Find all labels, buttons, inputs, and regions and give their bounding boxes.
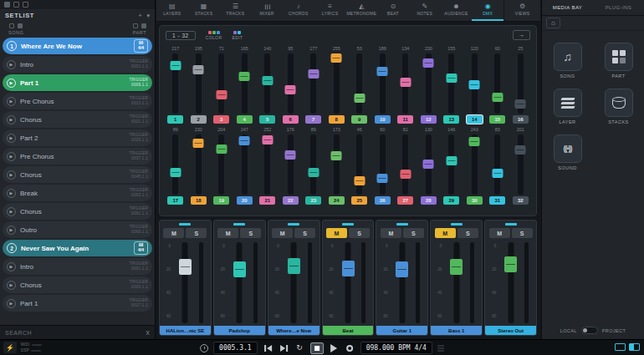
dmx-channel-number[interactable]: 23	[305, 196, 321, 205]
record-button[interactable]	[345, 342, 355, 354]
channel-fader-handle[interactable]	[342, 261, 355, 276]
dmx-channel-number[interactable]: 16	[513, 115, 529, 124]
dmx-fader-track[interactable]	[518, 134, 524, 195]
channel-fader-track[interactable]	[237, 242, 243, 323]
setlist-part-row[interactable]: ▶Part 1TRIGGER0017.1.1	[3, 295, 152, 312]
solo-button[interactable]: S	[240, 228, 261, 238]
setlist-part-row[interactable]: ▶OutroTRIGGER0069.1.1	[3, 221, 152, 238]
layout-grid-icon[interactable]	[13, 2, 19, 8]
dmx-fader-track[interactable]	[448, 134, 454, 195]
mute-button[interactable]: M	[163, 228, 184, 238]
dmx-channel-number[interactable]: 22	[283, 196, 299, 205]
dmx-channel-number[interactable]: 11	[397, 115, 413, 124]
dmx-channel-number[interactable]: 4	[237, 115, 253, 124]
dmx-fader-track[interactable]	[196, 134, 202, 195]
channel-fader-handle[interactable]	[179, 259, 192, 275]
dmx-channel-number[interactable]: 24	[329, 196, 345, 205]
dmx-fader-handle[interactable]	[423, 160, 434, 169]
channel-fader-handle[interactable]	[288, 258, 300, 274]
dmx-next-page-button[interactable]: →	[513, 30, 530, 40]
dmx-fader-track[interactable]	[288, 134, 294, 195]
setlist-part-row[interactable]: ▶IntroTRIGGER0001.1.1	[3, 258, 152, 275]
dmx-fader-track[interactable]	[402, 134, 408, 195]
dmx-fader-handle[interactable]	[469, 137, 480, 146]
dmx-fader-handle[interactable]	[354, 176, 365, 185]
go-to-end-button[interactable]	[279, 342, 289, 354]
dmx-channel-number[interactable]: 26	[375, 196, 391, 205]
tab-tracks[interactable]: ☰TRACKS	[219, 0, 251, 21]
dmx-fader-handle[interactable]	[216, 145, 227, 154]
dmx-fader-handle[interactable]	[354, 94, 365, 103]
setlist-part-row[interactable]: ▶ChorusTRIGGER0009.1.1	[3, 276, 152, 293]
dmx-fader-handle[interactable]	[331, 151, 342, 160]
solo-button[interactable]: S	[512, 228, 533, 238]
media-category-stacks[interactable]: STACKS	[605, 89, 633, 124]
home-icon[interactable]: ⌂	[546, 18, 560, 28]
setlist-song-row[interactable]: 1Where Are We Now904/4	[3, 38, 152, 54]
dmx-fader-handle[interactable]	[170, 168, 181, 177]
dmx-channel-number[interactable]: 30	[467, 196, 483, 205]
dmx-fader-handle[interactable]	[262, 135, 273, 145]
secondary-view-toggle[interactable]	[615, 343, 626, 351]
add-part-button[interactable]	[133, 23, 138, 28]
media-category-sound[interactable]: ((•))SOUND	[554, 134, 582, 170]
play-button[interactable]	[329, 342, 340, 354]
tab-metronome[interactable]: ◭METRONOME	[345, 0, 377, 21]
dmx-fader-track[interactable]	[172, 134, 178, 195]
dmx-channel-number[interactable]: 8	[329, 115, 345, 124]
dmx-fader-track[interactable]	[426, 134, 432, 195]
solo-button[interactable]: S	[349, 228, 370, 238]
dmx-fader-track[interactable]	[380, 53, 386, 114]
tab-views[interactable]: ⚙VIEWS	[503, 0, 540, 21]
cycle-button[interactable]: ↻	[294, 342, 305, 354]
channel-fader-handle[interactable]	[504, 256, 517, 272]
dmx-fader-track[interactable]	[334, 53, 340, 114]
dmx-fader-handle[interactable]	[216, 90, 227, 99]
tab-mixer[interactable]: ☰MIXER	[251, 0, 283, 21]
dmx-fader-handle[interactable]	[446, 156, 457, 165]
setlist-part-row[interactable]: ▶Pre ChorusTRIGGER0013.1.1	[3, 93, 152, 109]
setlist-part-row[interactable]: ▶BreakTRIGGER0053.1.1	[3, 185, 152, 201]
dmx-fader-handle[interactable]	[377, 174, 388, 183]
dmx-fader-track[interactable]	[402, 53, 408, 114]
dmx-fader-track[interactable]	[426, 53, 432, 114]
mute-button[interactable]: M	[326, 228, 347, 238]
channel-fader-track[interactable]	[453, 242, 459, 323]
setlist-part-row[interactable]: ▶Pre ChorusTRIGGER0037.1.1	[3, 148, 152, 165]
dmx-channel-number[interactable]: 15	[489, 115, 505, 124]
search-input[interactable]	[5, 330, 146, 336]
setlist-part-row[interactable]: ▶Part 2TRIGGER0029.1.1	[3, 129, 152, 146]
mute-button[interactable]: M	[272, 228, 293, 238]
panel-toggle-icon[interactable]	[23, 2, 28, 8]
solo-button[interactable]: S	[294, 228, 315, 238]
dmx-channel-number[interactable]: 6	[283, 115, 299, 124]
channel-fader-handle[interactable]	[396, 261, 408, 277]
dmx-fader-track[interactable]	[218, 53, 224, 114]
tab-stacks[interactable]: ▦STACKS	[188, 0, 220, 21]
dmx-channel-number[interactable]: 3	[213, 115, 229, 124]
channel-fader-track[interactable]	[182, 242, 188, 323]
tab-audience[interactable]: ☻AUDIENCE	[441, 0, 473, 21]
dmx-fader-handle[interactable]	[262, 76, 273, 85]
tab-plug-ins[interactable]: PLUG-INS	[593, 0, 644, 15]
dmx-fader-handle[interactable]	[492, 93, 503, 102]
mute-button[interactable]: M	[489, 228, 510, 238]
primary-view-toggle[interactable]	[629, 343, 640, 351]
add-song-button[interactable]	[9, 23, 14, 28]
dmx-fader-handle[interactable]	[400, 78, 411, 87]
setlist-part-row[interactable]: ▶ChorusTRIGGER0061.1.1	[3, 203, 152, 220]
dmx-fader-track[interactable]	[242, 53, 248, 114]
dmx-channel-number[interactable]: 5	[259, 115, 275, 124]
channel-fader-track[interactable]	[508, 242, 514, 323]
dmx-color-button[interactable]: COLOR	[206, 31, 222, 40]
dmx-channel-number[interactable]: 31	[489, 196, 505, 205]
tab-lyrics[interactable]: ≡LYRICS	[314, 0, 346, 21]
dmx-fader-handle[interactable]	[170, 61, 181, 70]
dmx-fader-handle[interactable]	[331, 53, 342, 63]
song-grid-icon[interactable]	[18, 23, 23, 28]
setlist-part-row[interactable]: ▶Part 1TRIGGER0009.1.1	[3, 74, 152, 91]
setlist-menu-icon[interactable]: ▾	[146, 13, 150, 18]
part-grid-icon[interactable]	[141, 23, 146, 28]
dmx-channel-number[interactable]: 10	[375, 115, 391, 124]
dmx-channel-number[interactable]: 13	[443, 115, 459, 124]
